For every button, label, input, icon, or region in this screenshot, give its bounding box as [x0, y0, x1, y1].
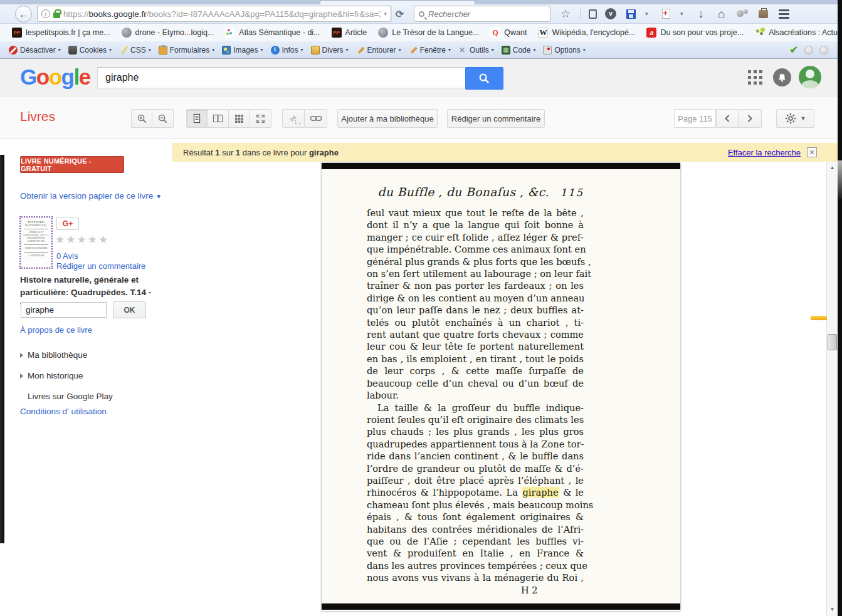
- menu-icon[interactable]: [777, 8, 790, 20]
- reviews-count-link[interactable]: 0 Avis: [56, 251, 78, 261]
- devbar-menu-divers[interactable]: Divers▾: [307, 44, 352, 56]
- devbar-menu-options[interactable]: Options▾: [539, 44, 589, 56]
- about-book-link[interactable]: À propos de ce livre: [20, 325, 92, 335]
- extension-dots-icon[interactable]: [737, 9, 748, 18]
- search-result-bar: Résultat 1 sur 1 dans ce livre pour gira…: [172, 143, 842, 162]
- google-search-input[interactable]: [97, 67, 466, 88]
- addon-dropdown-icon[interactable]: ▾: [680, 11, 687, 17]
- reload-button[interactable]: ⟳: [391, 6, 408, 22]
- save-dropdown-icon[interactable]: ▾: [645, 11, 651, 17]
- bookmark-item[interactable]: Le Trésor de la Langue...: [372, 26, 485, 39]
- star-icon[interactable]: ★: [88, 234, 98, 246]
- home-icon[interactable]: ⌂: [715, 8, 728, 20]
- bookmark-item[interactable]: aDu son pour vos proje...: [641, 26, 749, 39]
- book-text-line: que impénétrable. Comme ces animaux ſont…: [367, 243, 584, 255]
- page-info-icon[interactable]: i: [41, 9, 50, 18]
- thumbnail-view-button[interactable]: [229, 109, 250, 128]
- in-book-search-input[interactable]: [21, 302, 107, 318]
- two-page-view-button[interactable]: [208, 109, 229, 128]
- bookmark-item[interactable]: PPlespetitspois.fr | ça me...: [6, 26, 116, 39]
- briefcase-icon[interactable]: [759, 10, 768, 18]
- viewer-scrollbar[interactable]: ▲ ▼: [826, 162, 838, 616]
- get-paper-version-link[interactable]: Obtenir la version papier de ce livre ▼: [20, 191, 162, 201]
- dropdown-caret-icon: ▾: [149, 47, 151, 53]
- clear-search-link[interactable]: Effacer la recherche: [728, 148, 801, 157]
- devbar-menu-forms[interactable]: Formulaires▾: [155, 44, 218, 56]
- fullscreen-button[interactable]: [250, 109, 271, 128]
- star-icon[interactable]: ★: [66, 234, 76, 246]
- books-product-title[interactable]: Livres: [20, 109, 55, 124]
- add-to-library-button[interactable]: Ajouter à ma bibliothèque: [337, 109, 438, 128]
- notifications-bell-icon[interactable]: [773, 68, 791, 86]
- clipboard-icon[interactable]: [589, 9, 597, 19]
- zoom-out-button[interactable]: [152, 109, 174, 128]
- star-icon[interactable]: ★: [77, 234, 88, 246]
- google-search-button[interactable]: [465, 67, 503, 90]
- book-text-line: rhinocéros & l’hippopotame. La giraphe &…: [367, 486, 584, 498]
- devbar-menu-window[interactable]: Fenêtre▾: [405, 44, 455, 56]
- star-icon[interactable]: ★: [98, 234, 109, 246]
- bookmark-item[interactable]: Alsacréations : Actuali...: [749, 26, 842, 39]
- lock-icon[interactable]: [53, 13, 60, 18]
- scrollbar-thumb[interactable]: [828, 334, 837, 350]
- sidebar-item-my-library[interactable]: Ma bibliothèque: [20, 350, 87, 360]
- search-hit-marker[interactable]: [811, 316, 827, 320]
- terms-of-use-link[interactable]: Conditions d' utilisation: [20, 407, 107, 416]
- apps-grid-icon[interactable]: [748, 70, 763, 85]
- devbar-menu-disable[interactable]: Désactiver▾: [5, 44, 65, 56]
- devbar-menu-css[interactable]: CSS▾: [115, 44, 155, 56]
- devbar-menu-tools[interactable]: Outils▾: [455, 44, 498, 56]
- google-logo[interactable]: Google: [20, 65, 90, 90]
- close-icon[interactable]: ✕: [807, 147, 817, 157]
- bookmark-item[interactable]: PPArticle: [326, 26, 373, 39]
- scroll-down-icon[interactable]: ▼: [828, 605, 836, 613]
- scan-edge-top: [322, 163, 680, 169]
- free-ebook-button[interactable]: LIVRE NUMÉRIQUE - GRATUIT: [20, 156, 124, 173]
- scanned-book-page[interactable]: du Buffle , du Bonaſus , &c. 115 ſeul va…: [322, 163, 680, 611]
- google-plus-button[interactable]: G+: [56, 217, 79, 230]
- devbar-menu-images[interactable]: Images▾: [218, 44, 266, 56]
- bookmark-item[interactable]: QQwant: [485, 26, 532, 39]
- zoom-in-button[interactable]: [131, 109, 152, 128]
- search-hit-highlight[interactable]: giraphe: [522, 487, 559, 498]
- write-review-button[interactable]: Rédiger un commentaire: [447, 109, 545, 128]
- account-avatar[interactable]: [799, 66, 821, 88]
- star-icon[interactable]: ★: [55, 234, 66, 246]
- browser-search-box[interactable]: [414, 6, 550, 22]
- link-button[interactable]: [305, 109, 327, 128]
- clip-link-button-group: ✂: [282, 109, 327, 128]
- active-tab[interactable]: [320, 0, 475, 4]
- url-bar[interactable]: i https://books.google.fr/books?id=-I87A…: [37, 6, 391, 22]
- page-number-box[interactable]: Page 115: [674, 109, 716, 128]
- book-cover-thumbnail[interactable]: HISTOIRE NATURELLE, GÉNÉRALE ET PARTICUL…: [21, 217, 51, 268]
- devbar-menu-label: Divers: [322, 46, 344, 55]
- url-dropdown-icon[interactable]: ▾: [384, 11, 387, 17]
- next-page-button[interactable]: [739, 109, 762, 128]
- ok-button[interactable]: OK: [113, 301, 146, 318]
- settings-button[interactable]: ▼: [776, 109, 814, 128]
- pocket-icon[interactable]: v: [605, 8, 616, 19]
- save-icon[interactable]: [626, 9, 636, 19]
- single-page-view-button[interactable]: [186, 109, 208, 128]
- previous-page-button[interactable]: [716, 109, 739, 128]
- sidebar-item-google-play[interactable]: Livres sur Google Play: [20, 392, 113, 401]
- devbar-menu-cookies[interactable]: Cookies▾: [65, 44, 115, 56]
- bookmark-item[interactable]: WWikipédia, l'encyclopé...: [532, 26, 641, 39]
- star-rating[interactable]: ★★★★★: [55, 233, 109, 246]
- write-review-link[interactable]: Rédiger un commentaire: [56, 261, 145, 271]
- addon-document-icon[interactable]: [662, 9, 670, 19]
- download-icon[interactable]: ↓: [695, 8, 707, 20]
- bookmark-item[interactable]: Atlas Sémantique - di...: [219, 26, 325, 39]
- browser-search-input[interactable]: [428, 9, 522, 19]
- clip-button[interactable]: ✂: [282, 109, 305, 128]
- dropdown-caret-icon: ▾: [583, 47, 586, 53]
- bookmark-item[interactable]: drone - Etymo...logiq...: [116, 26, 220, 39]
- scroll-up-icon[interactable]: ▲: [828, 164, 836, 172]
- back-button[interactable]: ←: [15, 6, 32, 23]
- devbar-menu-outline[interactable]: Entourer▾: [352, 44, 405, 56]
- devbar-menu-code[interactable]: Code▾: [498, 44, 540, 56]
- sidebar-item-my-history[interactable]: Mon historique: [20, 371, 83, 380]
- dropdown-caret-icon: ▾: [301, 47, 303, 53]
- devbar-menu-infos[interactable]: Infos▾: [267, 44, 307, 56]
- bookmark-star-icon[interactable]: ☆: [559, 8, 572, 20]
